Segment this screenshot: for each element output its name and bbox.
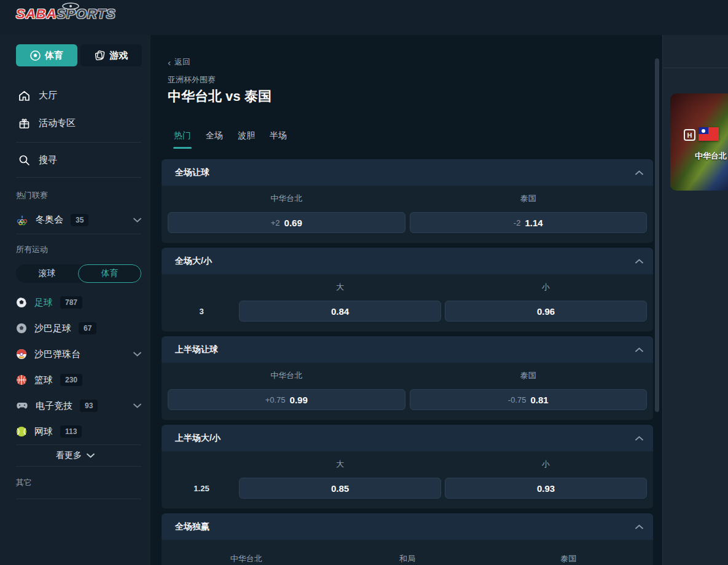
soccer-ball-icon — [30, 50, 41, 61]
market-header[interactable]: 全场独赢 — [162, 513, 653, 540]
hot-leagues-title: 热门联赛 — [0, 178, 151, 206]
column-header: 泰国 — [410, 370, 648, 380]
esports-icon — [16, 401, 28, 410]
league-label: 冬奥会 — [36, 214, 63, 226]
sidebar-item-tennis[interactable]: 网球 113 — [0, 419, 151, 444]
sport-count-badge: 787 — [60, 296, 82, 309]
sidebar-item-promotions[interactable]: 活动专区 — [0, 109, 151, 137]
tab-half-time[interactable]: 半场 — [270, 130, 287, 149]
tab-hot[interactable]: 热门 — [174, 130, 191, 149]
odds-button-under[interactable]: 0.96 — [445, 301, 647, 322]
odds-button-home[interactable]: +2 0.69 — [168, 212, 405, 233]
odds-value: 0.69 — [284, 218, 302, 228]
sidebar-item-saba-pinball[interactable]: 沙巴弹珠台 — [0, 341, 151, 367]
tickets-icon — [95, 50, 106, 61]
market-ft-handicap: 全场让球 中华台北 泰国 +2 0.69 -2 1.14 — [162, 159, 653, 243]
odds-button-under[interactable]: 0.93 — [445, 478, 647, 499]
market-title: 上半场大/小 — [175, 433, 221, 444]
league-name: 亚洲杯外围赛 — [168, 74, 653, 84]
chevron-up-icon[interactable] — [635, 524, 643, 529]
tab-full-time[interactable]: 全场 — [206, 130, 223, 149]
goal-line: 1.25 — [168, 478, 235, 499]
odds-button-home[interactable]: +0.75 0.99 — [168, 389, 405, 410]
column-header: 和局 — [329, 553, 485, 563]
handicap-line: -0.75 — [508, 395, 526, 405]
odds-button-over[interactable]: 0.85 — [239, 478, 441, 499]
mode-tabs: 体育 游戏 — [16, 44, 142, 66]
column-header: 中华台北 — [168, 370, 405, 380]
market-header[interactable]: 全场大/小 — [162, 248, 653, 274]
chevron-up-icon[interactable] — [635, 347, 643, 352]
market-ft-moneyline: 全场独赢 中华台北 和局 泰国 — [162, 513, 653, 565]
market-header[interactable]: 上半场大/小 — [162, 425, 653, 451]
sidebar-item-saba-soccer[interactable]: 沙巴足球 67 — [0, 315, 151, 341]
chevron-up-icon[interactable] — [635, 170, 643, 175]
see-more-label: 看更多 — [56, 450, 82, 461]
league-count-badge: 35 — [71, 214, 88, 226]
chevron-up-icon[interactable] — [635, 259, 643, 264]
odds-value: 0.93 — [537, 483, 555, 494]
odds-value: 1.14 — [525, 218, 542, 228]
back-chevron-icon: ‹ — [168, 58, 171, 66]
column-header: 大 — [239, 459, 441, 468]
market-header[interactable]: 上半场让球 — [162, 336, 653, 363]
home-badge: H — [684, 129, 695, 141]
market-header[interactable]: 全场让球 — [162, 159, 653, 186]
tab-correct-score[interactable]: 波胆 — [238, 130, 255, 149]
column-header: 小 — [445, 459, 647, 468]
goal-line: 3 — [168, 301, 235, 322]
odds-value: 0.85 — [331, 483, 349, 494]
sports-list: 足球 787 沙巴足球 67 沙巴弹珠台 篮球 230 — [0, 290, 151, 444]
odds-value: 0.96 — [537, 306, 555, 317]
sidebar-item-label: 搜寻 — [39, 154, 57, 166]
games-mode-label: 游戏 — [110, 50, 128, 61]
odds-button-over[interactable]: 0.84 — [239, 301, 441, 322]
olympic-rings-icon — [16, 215, 28, 226]
live-vs-sports-toggle: 滚球 体育 — [16, 264, 141, 283]
sport-label: 网球 — [34, 426, 53, 438]
sidebar-item-soccer[interactable]: 足球 787 — [0, 290, 151, 315]
match-title: 中华台北 vs 泰国 — [168, 87, 653, 103]
sport-count-badge: 230 — [60, 374, 82, 386]
odds-value: 0.81 — [530, 395, 548, 405]
sport-label: 沙巴弹珠台 — [34, 349, 80, 360]
toggle-live[interactable]: 滚球 — [16, 264, 78, 283]
sidebar-item-search[interactable]: 搜寻 — [0, 143, 151, 177]
toggle-sports[interactable]: 体育 — [78, 264, 141, 283]
brand-name-left: SABA — [16, 6, 57, 22]
home-team-card[interactable]: H 中华台北 — [670, 93, 728, 191]
games-mode-button[interactable]: 游戏 — [80, 44, 142, 66]
sidebar-item-lobby[interactable]: 大厅 — [0, 82, 151, 109]
sport-label: 足球 — [34, 297, 53, 309]
column-header: 中华台北 — [168, 193, 405, 203]
main-scrollbar-thumb[interactable] — [655, 58, 659, 412]
column-header: 小 — [445, 282, 647, 291]
toggle-sports-label: 体育 — [101, 268, 119, 279]
chevron-down-icon — [87, 453, 95, 458]
sidebar-item-winter-olympics[interactable]: 冬奥会 35 — [0, 206, 151, 234]
soccer-icon — [16, 297, 27, 308]
odds-button-away[interactable]: -2 1.14 — [410, 212, 648, 233]
tennis-icon — [16, 426, 27, 437]
sidebar-item-basketball[interactable]: 篮球 230 — [0, 367, 151, 393]
sports-mode-button[interactable]: 体育 — [16, 44, 77, 66]
top-header: SABA SPORTS — [0, 0, 728, 35]
see-more-button[interactable]: 看更多 — [0, 445, 151, 466]
pinball-icon — [16, 349, 27, 360]
right-panel-divider — [663, 68, 728, 68]
chevron-down-icon — [133, 403, 141, 408]
sport-label: 沙巴足球 — [34, 323, 71, 334]
brand-logo[interactable]: SABA SPORTS — [16, 6, 115, 22]
sport-label: 电子竞技 — [36, 400, 72, 412]
market-title: 上半场让球 — [175, 344, 218, 355]
sidebar-divider — [16, 499, 141, 499]
home-team-name: 中华台北 — [695, 151, 727, 162]
sidebar-item-label: 大厅 — [39, 90, 57, 101]
chevron-up-icon[interactable] — [635, 436, 643, 441]
match-detail-panel: ‹ 返回 亚洲杯外围赛 中华台北 vs 泰国 热门 全场 波胆 半场 全场让球 … — [151, 35, 662, 565]
sidebar-item-esports[interactable]: 电子竞技 93 — [0, 393, 151, 419]
market-fh-over-under: 上半场大/小 大 小 1.25 0.85 0.93 — [162, 425, 653, 508]
back-button[interactable]: ‹ 返回 — [168, 57, 653, 67]
odds-button-away[interactable]: -0.75 0.81 — [410, 389, 648, 410]
sport-count-badge: 93 — [80, 400, 98, 412]
